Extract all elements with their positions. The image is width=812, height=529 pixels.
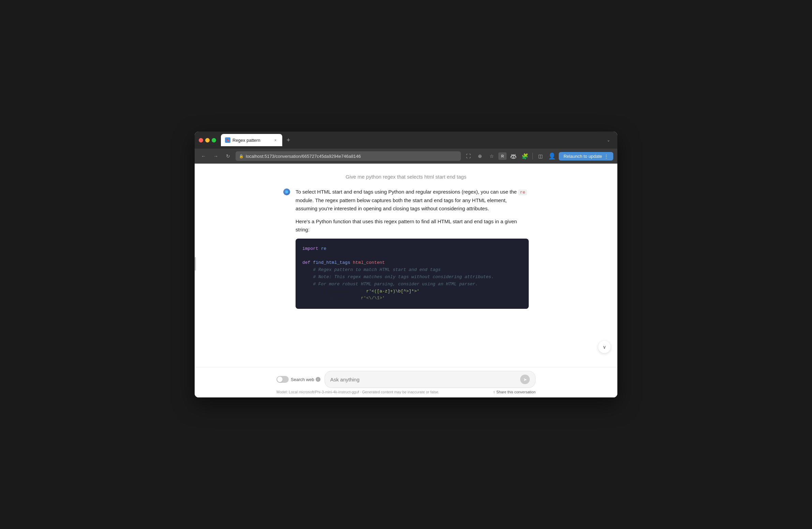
tabs-bar: 🔖 Regex pattern × + ⌄	[221, 134, 613, 146]
page-content: Give me python regex that selects html s…	[195, 164, 617, 397]
code-line-2	[302, 253, 522, 260]
r-extension-button[interactable]: R	[498, 152, 507, 160]
code-line-1: import re	[302, 246, 522, 253]
share-conversation-button[interactable]: ↑ Share this conversation	[493, 390, 536, 394]
ask-input[interactable]	[330, 377, 520, 382]
disclaimer: · Generated content may be inaccurate or…	[360, 390, 439, 394]
forward-button[interactable]: →	[211, 151, 220, 161]
search-web-label: Search web i	[291, 377, 320, 382]
code-block: import re def find_html_tags(html_conten…	[295, 239, 529, 309]
address-text: localhost:5173/conversation/665727c45da9…	[246, 154, 458, 159]
assistant-text-2: module. The regex pattern below captures…	[295, 197, 507, 211]
assistant-paragraph-2: Here's a Python function that uses this …	[295, 218, 529, 234]
assistant-paragraph-1: To select HTML start and end tags using …	[295, 188, 529, 213]
raccoon-extension-icon[interactable]: 🦝	[509, 151, 518, 161]
share-label: Share this conversation	[496, 390, 536, 394]
new-tab-button[interactable]: +	[284, 135, 293, 145]
page-wrapper: Give me python regex that selects html s…	[195, 164, 617, 397]
code-line-4: # Regex pattern to match HTML start and …	[302, 266, 522, 274]
sidebar-toggle-button[interactable]: ◫	[536, 151, 545, 161]
send-icon: ➤	[523, 377, 527, 382]
chevron-down-icon: ∨	[603, 344, 606, 350]
scroll-down-button[interactable]: ∨	[598, 341, 610, 353]
chat-container: Give me python regex that selects html s…	[276, 164, 536, 367]
minimize-window-button[interactable]	[205, 138, 209, 143]
relaunch-label: Relaunch to update	[564, 154, 602, 159]
assistant-content: To select HTML start and end tags using …	[295, 188, 529, 309]
send-button[interactable]: ➤	[520, 374, 530, 384]
user-message: Give me python regex that selects html s…	[283, 174, 529, 180]
meta-row: Model: Local microsoft/Phi-3-mini-4k-ins…	[276, 390, 536, 394]
toggle-knob	[277, 377, 282, 382]
share-icon: ↑	[493, 390, 495, 394]
screen-share-icon[interactable]: ⛶	[464, 151, 473, 161]
ask-input-wrap[interactable]: ➤	[324, 371, 536, 388]
menu-dots-icon: ⋮	[604, 154, 609, 159]
address-bar[interactable]: 🔒 localhost:5173/conversation/665727c45d…	[235, 151, 461, 161]
bottom-bar: Search web i ➤ Model: Local micros	[195, 367, 617, 397]
nav-separator	[533, 153, 533, 160]
extensions-icon[interactable]: 🧩	[520, 151, 530, 161]
input-row: Search web i ➤	[276, 371, 536, 388]
tab-dropdown-button[interactable]: ⌄	[604, 135, 613, 145]
nav-bar: ← → ↻ 🔒 localhost:5173/conversation/6657…	[195, 149, 617, 164]
tab-close-button[interactable]: ×	[273, 137, 278, 143]
toggle-switch[interactable]	[276, 376, 289, 383]
active-tab[interactable]: 🔖 Regex pattern ×	[221, 134, 282, 146]
bookmark-icon[interactable]: ☆	[487, 151, 496, 161]
code-line-5: # Note: This regex matches only tags wit…	[302, 274, 522, 281]
assistant-text-1: To select HTML start and end tags using …	[295, 189, 518, 195]
title-bar: 🔖 Regex pattern × + ⌄	[195, 132, 617, 149]
profile-avatar[interactable]: 👤	[547, 151, 557, 161]
assistant-message: To select HTML start and end tags using …	[283, 188, 529, 309]
tab-favicon-label: 🔖	[226, 139, 229, 142]
zoom-icon[interactable]: ⊕	[475, 151, 485, 161]
reload-button[interactable]: ↻	[223, 151, 233, 161]
relaunch-button[interactable]: Relaunch to update ⋮	[559, 152, 613, 161]
search-web-toggle[interactable]: Search web i	[276, 376, 320, 383]
model-info: Model: Local microsoft/Phi-3-mini-4k-ins…	[276, 390, 439, 394]
search-web-info-icon[interactable]: i	[316, 377, 320, 382]
code-fade-overlay	[295, 288, 529, 309]
model-label: Model:	[276, 390, 288, 394]
back-button[interactable]: ←	[199, 151, 208, 161]
nav-actions: ⛶ ⊕ ☆ R 🦝 🧩 ◫ 👤 Relaunch to update ⋮	[464, 151, 613, 161]
close-window-button[interactable]	[199, 138, 203, 143]
model-name: Local microsoft/Phi-3-mini-4k-instruct-g…	[289, 390, 359, 394]
security-icon: 🔒	[239, 154, 244, 159]
traffic-lights	[199, 138, 216, 143]
code-line-3: def find_html_tags(html_content):	[302, 260, 522, 266]
scrollbar-indicator[interactable]	[195, 257, 196, 270]
maximize-window-button[interactable]	[212, 138, 216, 143]
tab-favicon: 🔖	[225, 137, 230, 143]
re-module-code: re	[518, 190, 527, 195]
code-line-6: # For more robust HTML parsing, consider…	[302, 281, 522, 288]
code-block-wrap: import re def find_html_tags(html_conten…	[295, 239, 529, 309]
tab-title: Regex pattern	[232, 138, 271, 143]
assistant-avatar	[283, 189, 290, 195]
